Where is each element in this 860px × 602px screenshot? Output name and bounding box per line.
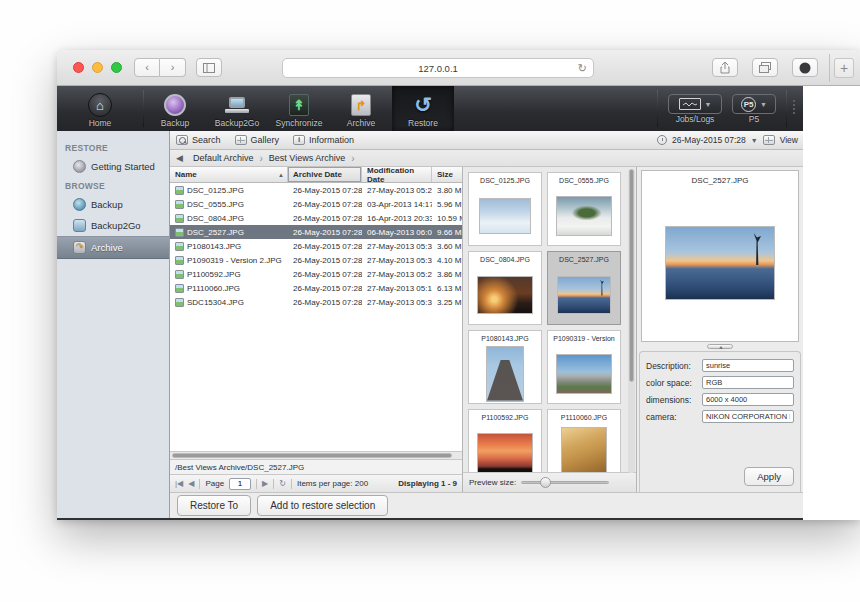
- jobs-logs-button[interactable]: ▼ Jobs/Logs: [668, 94, 722, 131]
- description-label: Description:: [646, 361, 698, 371]
- new-tab-label: +: [840, 60, 848, 76]
- toolbar-item-synchronize[interactable]: ↟ Synchronize: [268, 86, 330, 131]
- tab-search[interactable]: Search: [176, 135, 221, 145]
- sidebar-item-archive[interactable]: Archive: [57, 236, 169, 259]
- back-button[interactable]: ‹: [134, 58, 160, 77]
- sidebar-item-getting-started[interactable]: Getting Started: [57, 156, 169, 177]
- gallery-grid: DSC_0125.JPG DSC_0555.JPG DSC_0804.JPG: [463, 167, 636, 472]
- p5-menu-button[interactable]: P5 ▼ P5: [732, 94, 776, 131]
- tab-search-label: Search: [192, 135, 221, 145]
- thumbnail-city-skyline: [556, 354, 612, 394]
- tab-information[interactable]: Information: [293, 135, 354, 145]
- gallery-card[interactable]: DSC_0125.JPG: [468, 172, 542, 246]
- gallery-card[interactable]: DSC_0555.JPG: [547, 172, 621, 246]
- horizontal-scrollbar[interactable]: [170, 451, 462, 459]
- thumbnail-island-fog: [556, 196, 612, 236]
- toolbar-item-archive[interactable]: ↱ Archive: [330, 86, 392, 131]
- restore-to-button[interactable]: Restore To: [177, 495, 251, 516]
- gallery-card[interactable]: P1080143.JPG: [468, 330, 542, 404]
- share-button[interactable]: [712, 58, 738, 77]
- gallery-card[interactable]: P1110060.JPG: [547, 409, 621, 472]
- apply-button[interactable]: Apply: [744, 467, 794, 486]
- file-table-pane: Name▲ Archive Date Modification Date Siz…: [170, 167, 463, 492]
- table-row[interactable]: P1110060.JPG 26-May-2015 07:28 27-May-20…: [170, 281, 462, 295]
- synchronize-icon: ↟: [289, 94, 309, 116]
- table-row[interactable]: P1100592.JPG 26-May-2015 07:28 27-May-20…: [170, 267, 462, 281]
- backup2go-browse-icon: [73, 219, 86, 232]
- toolbar-grip-handle[interactable]: [793, 100, 797, 114]
- clock-icon: [657, 135, 667, 145]
- gallery-card[interactable]: DSC_0804.JPG: [468, 251, 542, 325]
- table-row[interactable]: SDC15304.JPG 26-May-2015 07:28 27-May-20…: [170, 295, 462, 309]
- toolbar-item-restore[interactable]: ↺ Restore: [392, 86, 454, 131]
- sidebar-toggle-button[interactable]: [196, 58, 222, 77]
- camera-field[interactable]: [702, 410, 794, 423]
- toolbar-item-backup[interactable]: Backup: [144, 86, 206, 131]
- sidebar: RESTORE Getting Started BROWSE Backup Ba…: [57, 131, 170, 518]
- page-input[interactable]: [229, 478, 251, 490]
- view-menu[interactable]: View: [780, 135, 798, 145]
- description-field[interactable]: [702, 359, 794, 372]
- color-space-field[interactable]: [702, 376, 794, 389]
- tab-gallery[interactable]: Gallery: [235, 135, 280, 145]
- column-header-name[interactable]: Name▲: [170, 167, 288, 182]
- toolbar-item-backup2go[interactable]: Backup2Go: [206, 86, 268, 131]
- gallery-card-selected[interactable]: DSC_2527.JPG: [547, 251, 621, 325]
- forward-button[interactable]: ›: [160, 58, 186, 77]
- new-tab-button[interactable]: +: [834, 58, 854, 78]
- tab-gallery-label: Gallery: [251, 135, 280, 145]
- add-to-restore-selection-button[interactable]: Add to restore selection: [257, 495, 388, 516]
- table-row-selected[interactable]: DSC_2527.JPG 26-May-2015 07:28 06-May-20…: [170, 225, 462, 239]
- zoom-window-icon[interactable]: [111, 62, 122, 73]
- scrollbar-thumb[interactable]: [629, 169, 634, 382]
- color-space-label: color space:: [646, 378, 698, 388]
- pane-splitter[interactable]: [637, 342, 803, 351]
- dimensions-field[interactable]: [702, 393, 794, 406]
- toolbar-item-home[interactable]: ⌂ Home: [57, 86, 143, 131]
- snapshot-datetime[interactable]: 26-May-2015 07:28: [672, 135, 746, 145]
- scrollbar-thumb[interactable]: [172, 453, 452, 458]
- sidebar-item-backup2go[interactable]: Backup2Go: [57, 215, 169, 236]
- traffic-lights: [73, 62, 122, 73]
- gallery-card[interactable]: P1100592.JPG: [468, 409, 542, 472]
- image-file-icon: [175, 214, 184, 223]
- extension-button[interactable]: [792, 58, 818, 77]
- reload-icon[interactable]: ↻: [578, 62, 587, 75]
- form-row: camera:: [646, 410, 794, 423]
- preview-size-slider[interactable]: [521, 481, 609, 484]
- table-row[interactable]: DSC_0125.JPG 26-May-2015 07:28 27-May-20…: [170, 183, 462, 197]
- url-field[interactable]: 127.0.0.1 ↻: [282, 58, 594, 78]
- toolbar-label-backup2go: Backup2Go: [215, 118, 259, 128]
- breadcrumb-item-best-views[interactable]: Best Views Archive: [269, 153, 345, 163]
- items-per-page-label: Items per page: 200: [297, 479, 368, 488]
- tabs-overview-button[interactable]: [752, 58, 778, 77]
- slider-knob[interactable]: [540, 477, 551, 488]
- image-file-icon: [175, 256, 184, 265]
- chevron-down-icon[interactable]: ▼: [751, 137, 758, 144]
- preview-title: DSC_2527.JPG: [692, 171, 749, 185]
- minimize-window-icon[interactable]: [92, 62, 103, 73]
- table-row[interactable]: DSC_0555.JPG 26-May-2015 07:28 03-Apr-20…: [170, 197, 462, 211]
- breadcrumb-item-default-archive[interactable]: Default Archive: [193, 153, 254, 163]
- refresh-icon[interactable]: ↻: [279, 479, 286, 488]
- breadcrumb-back-icon[interactable]: ◀: [176, 153, 183, 163]
- jobs-logs-icon: [679, 98, 701, 110]
- extension-badge-icon: [799, 62, 811, 74]
- next-page-icon[interactable]: ▶: [262, 479, 268, 488]
- first-page-icon[interactable]: |◀: [175, 479, 183, 488]
- dimensions-label: dimensions:: [646, 395, 698, 405]
- gallery-card[interactable]: P1090319 - Version: [547, 330, 621, 404]
- column-header-modification-date[interactable]: Modification Date: [362, 167, 432, 182]
- sidebar-item-label: Archive: [91, 242, 123, 253]
- toolbar-label-home: Home: [89, 118, 112, 128]
- sidebar-item-backup[interactable]: Backup: [57, 194, 169, 215]
- previous-page-icon[interactable]: ◀: [188, 479, 194, 488]
- column-header-size[interactable]: Size: [432, 167, 462, 182]
- table-row[interactable]: P1080143.JPG 26-May-2015 07:28 27-May-20…: [170, 239, 462, 253]
- table-row[interactable]: DSC_0804.JPG 26-May-2015 07:28 16-Apr-20…: [170, 211, 462, 225]
- column-header-archive-date[interactable]: Archive Date: [288, 167, 362, 182]
- close-window-icon[interactable]: [73, 62, 84, 73]
- table-row[interactable]: P1090319 - Version 2.JPG 26-May-2015 07:…: [170, 253, 462, 267]
- splitter-handle-icon[interactable]: [707, 344, 733, 349]
- vertical-scrollbar[interactable]: [628, 169, 635, 473]
